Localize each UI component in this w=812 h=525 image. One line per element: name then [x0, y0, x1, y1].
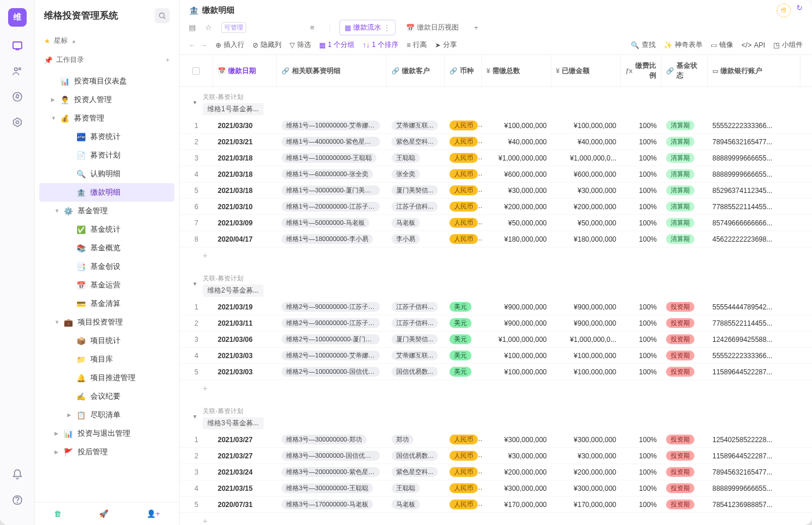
sidebar-item[interactable]: ▶📋尽职清单	[35, 406, 179, 424]
sidebar-item[interactable]: 📊投资项目仪表盘	[35, 72, 179, 90]
sidebar-item[interactable]: 📁项目库	[35, 350, 179, 369]
rail-help-icon[interactable]	[11, 494, 24, 506]
user-add-icon[interactable]: 👤+	[147, 509, 160, 518]
add-row[interactable]: +	[180, 247, 812, 268]
table-row[interactable]: 12021/03/27维格3号—300000000-郑功郑功人民币¥300,00…	[180, 432, 812, 448]
sidebar-item[interactable]: ▼⚙️基金管理	[35, 202, 179, 220]
tb-insert-row[interactable]: ⊕插入行	[215, 40, 244, 50]
tb-share[interactable]: ➤分享	[435, 40, 457, 50]
col-pct[interactable]: ƒx缴费比例	[621, 55, 661, 86]
sidebar-item[interactable]: 🏧募资统计	[35, 127, 179, 146]
sidebar-directory[interactable]: 📌工作目录 +	[35, 50, 179, 70]
sync-icon[interactable]: ↻	[796, 3, 803, 17]
table-row[interactable]: 12021/03/19维格2号—900000000-江苏子信...江苏子信科..…	[180, 299, 812, 315]
svg-point-1	[14, 68, 17, 71]
table-row[interactable]: 82020/04/17维格1号—180000000-李小易李小易人民币¥180,…	[180, 231, 812, 247]
col-link[interactable]: 🔗相关联募资明细	[277, 55, 387, 86]
sidebar-item[interactable]: ▶📊投资与退出管理	[35, 424, 179, 443]
col-bank[interactable]: ▭缴款银行账户	[708, 55, 800, 86]
sidebar-item[interactable]: 📑基金创设	[35, 257, 179, 276]
tb-magicform[interactable]: ✨神奇表单	[664, 40, 703, 50]
sidebar-item[interactable]: ▼💰募资管理	[35, 109, 179, 127]
col-customer[interactable]: 🔗缴款客户	[387, 55, 445, 86]
view-tab-calendar[interactable]: 📅缴款日历视图	[401, 20, 463, 35]
main-area: 🏦缴款明细 维 ↻ ▤ ☆ 可管理 ≡ ▦缴款流水⋮ 📅缴款日历视图 + ←→	[180, 0, 812, 525]
table-row[interactable]: 52021/03/03维格2号—100000000-国信优易...国信优易数..…	[180, 364, 812, 380]
page-title: 🏦缴款明细	[189, 5, 235, 16]
rail-bell-icon[interactable]	[11, 468, 24, 481]
undo-icon[interactable]: ←	[189, 41, 196, 49]
table-row[interactable]: 42021/03/18维格1号—600000000-张全奕张全奕人民币¥600,…	[180, 166, 812, 183]
svg-point-3	[13, 93, 21, 101]
col-date[interactable]: 📅缴款日期	[213, 55, 277, 86]
sidebar-item[interactable]: 📚基金概览	[35, 239, 179, 257]
col-paid[interactable]: ¥已缴金额	[551, 55, 621, 86]
add-folder-icon[interactable]: +	[166, 56, 170, 64]
table-row[interactable]: 62021/03/10维格1号—200000000-江苏子信...江苏子信科..…	[180, 199, 812, 215]
tb-filter[interactable]: ▽筛选	[290, 40, 311, 50]
star-icon[interactable]: ☆	[205, 23, 215, 32]
table-row[interactable]: 52021/03/18维格1号—30000000-厦门美契信...厦门美契信..…	[180, 183, 812, 199]
table-row[interactable]: 22021/03/11维格2号—900000000-江苏子信...江苏子信科..…	[180, 315, 812, 331]
sidebar-item[interactable]: ✅基金统计	[35, 220, 179, 239]
table-row[interactable]: 52020/07/31维格3号—170000000-马老板马老板人民币¥170,…	[180, 497, 812, 513]
add-row[interactable]: +	[180, 380, 812, 401]
tb-api[interactable]: </>API	[741, 41, 765, 49]
sidebar-item[interactable]: 💳基金清算	[35, 294, 179, 313]
tb-group[interactable]: ▦1 个分组	[319, 40, 354, 50]
col-currency[interactable]: 🔗币种	[445, 55, 482, 86]
view-tab-flow[interactable]: ▦缴款流水⋮	[339, 20, 396, 35]
group-header[interactable]: ▼关联-募资计划维格3号基金募...	[180, 401, 812, 432]
doc-icon[interactable]: ▤	[189, 23, 199, 32]
sidebar-item[interactable]: 📄募资计划	[35, 146, 179, 165]
collapse-icon[interactable]: ≡	[310, 23, 320, 32]
table-row[interactable]: 12021/03/30维格1号—100000000-艾蒂娜互...艾蒂娜互联..…	[180, 118, 812, 134]
col-status[interactable]: 🔗基金状态	[661, 55, 708, 86]
svg-point-8	[159, 13, 164, 17]
redo-icon[interactable]: →	[200, 41, 207, 49]
sidebar-item[interactable]: 🏦缴款明细	[39, 183, 174, 202]
table-row[interactable]: 32021/03/24维格3号—200000000-紫色星空...紫色星空科..…	[180, 464, 812, 480]
sidebar-item[interactable]: ▶🚩投后管理	[35, 443, 179, 461]
table-row[interactable]: 72021/03/09维格1号—50000000-马老板马老板人民币¥50,00…	[180, 215, 812, 231]
add-row[interactable]: +	[180, 513, 812, 525]
tb-mirror[interactable]: ▭镜像	[711, 40, 733, 50]
svg-point-7	[17, 502, 17, 503]
manage-tag: 可管理	[221, 22, 246, 33]
sidebar-item[interactable]: 🔔项目推进管理	[35, 369, 179, 387]
sidebar-starred[interactable]: ★星标▲	[35, 31, 179, 50]
table-row[interactable]: 22021/03/21维格1号—40000000-紫色星空科...紫色星空科..…	[180, 134, 812, 150]
table-row[interactable]: 32021/03/18维格1号—1000000000-王聪聪王聪聪人民币¥1,0…	[180, 150, 812, 166]
tb-search[interactable]: 🔍查找	[631, 40, 656, 50]
add-view-icon[interactable]: +	[469, 23, 483, 32]
sidebar-item[interactable]: 🔍认购明细	[35, 165, 179, 183]
group-header[interactable]: ▼关联-募资计划维格2号基金募...	[180, 268, 812, 299]
col-need[interactable]: ¥需缴总数	[482, 55, 551, 86]
table-row[interactable]: 22021/03/27维格3号—30000000-国信优易数...国信优易数..…	[180, 448, 812, 464]
sidebar-item[interactable]: ✍️会议纪要	[35, 387, 179, 406]
table-row[interactable]: 32021/03/06维格2号—1000000000-厦门美...厦门美契信..…	[180, 331, 812, 348]
sidebar-search-icon[interactable]	[155, 8, 170, 23]
rocket-icon[interactable]: 🚀	[99, 509, 108, 518]
avatar-icon[interactable]: 维	[777, 3, 791, 17]
tb-rowheight[interactable]: ≡行高	[407, 40, 427, 50]
trash-icon[interactable]: 🗑	[54, 509, 61, 518]
sidebar-item[interactable]: ▶👨‍💼投资人管理	[35, 90, 179, 109]
tb-sort[interactable]: ↑↓1 个排序	[363, 40, 398, 50]
svg-marker-4	[13, 118, 21, 127]
group-header[interactable]: ▼关联-募资计划维格1号基金募...	[180, 87, 812, 118]
tb-hide-col[interactable]: ⊘隐藏列	[253, 40, 281, 50]
rail-contacts-icon[interactable]	[11, 65, 24, 78]
table-row[interactable]: 42021/03/03维格2号—100000000-艾蒂娜互...艾蒂娜互联..…	[180, 348, 812, 364]
select-all-checkbox[interactable]	[192, 67, 200, 75]
tb-widget[interactable]: ◳小组件	[773, 40, 803, 50]
rail-compass-icon[interactable]	[11, 90, 24, 103]
sidebar-item[interactable]: ▼💼项目投资管理	[35, 313, 179, 331]
table-row[interactable]: 42021/03/15维格3号—300000000-王聪聪王聪聪人民币¥300,…	[180, 480, 812, 497]
app-logo[interactable]: 维	[8, 8, 27, 27]
sidebar: 维格投资管理系统 ★星标▲ 📌工作目录 + 📊投资项目仪表盘▶👨‍💼投资人管理▼…	[35, 0, 180, 525]
rail-settings-icon[interactable]	[11, 116, 24, 129]
sidebar-item[interactable]: 📦项目统计	[35, 331, 179, 350]
sidebar-item[interactable]: 📅基金运营	[35, 276, 179, 294]
rail-workspace-icon[interactable]	[11, 39, 24, 52]
